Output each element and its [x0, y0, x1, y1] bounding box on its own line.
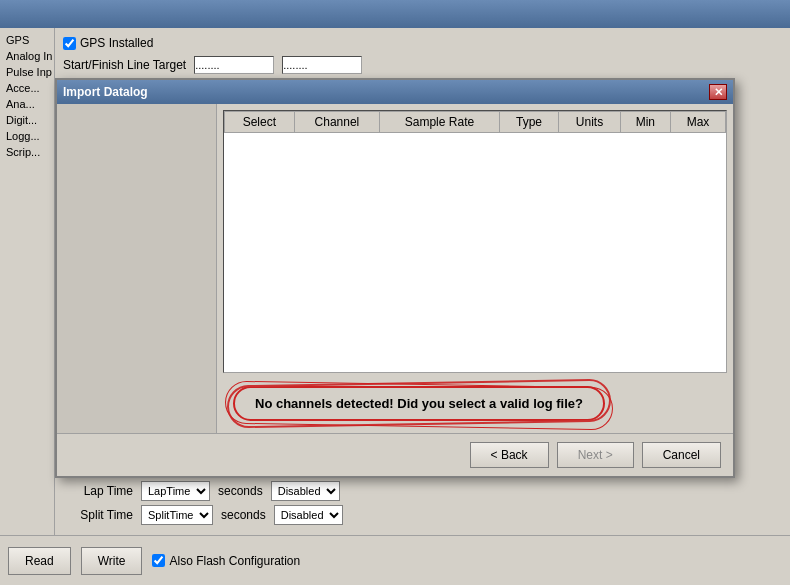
sidebar-item-acce[interactable]: Acce...: [2, 80, 52, 96]
flash-checkbox[interactable]: [152, 554, 165, 567]
lap-status-select[interactable]: Disabled: [271, 481, 340, 501]
start-finish-input-2[interactable]: [282, 56, 362, 74]
lap-unit-label: seconds: [218, 484, 263, 498]
sidebar-item-digit[interactable]: Digit...: [2, 112, 52, 128]
col-min: Min: [620, 112, 670, 133]
col-units: Units: [559, 112, 620, 133]
col-select: Select: [225, 112, 295, 133]
col-sample-rate: Sample Rate: [380, 112, 500, 133]
split-status-select[interactable]: Disabled: [274, 505, 343, 525]
sidebar-item-ana[interactable]: Ana...: [2, 96, 52, 112]
bottom-content: Lap Time LapTime seconds Disabled Split …: [55, 477, 790, 533]
sidebar-item-pulse-inputs[interactable]: Pulse Inputs: [2, 64, 52, 80]
cancel-button[interactable]: Cancel: [642, 442, 721, 468]
gps-row: GPS Installed: [63, 36, 782, 50]
start-finish-input-1[interactable]: [194, 56, 274, 74]
next-button[interactable]: Next >: [557, 442, 634, 468]
main-window: Configuration GPS Analog Inputs Pulse In…: [0, 0, 790, 585]
split-time-label: Split Time: [63, 508, 133, 522]
dialog-left-panel: [57, 104, 217, 433]
gps-installed-label[interactable]: GPS Installed: [63, 36, 153, 50]
split-unit-label: seconds: [221, 508, 266, 522]
read-button[interactable]: Read: [8, 547, 71, 575]
gps-installed-checkbox[interactable]: [63, 37, 76, 50]
channel-table: Select Channel Sample Rate Type Units Mi…: [224, 111, 726, 133]
import-datalog-dialog: Import Datalog ✕ Select Channel: [55, 78, 735, 478]
dialog-title: Import Datalog: [63, 85, 148, 99]
channel-table-container: Select Channel Sample Rate Type Units Mi…: [223, 110, 727, 373]
sidebar-item-gps[interactable]: GPS: [2, 32, 52, 48]
bottom-bar: Read Write Also Flash Configuration: [0, 535, 790, 585]
dialog-right-panel: Select Channel Sample Rate Type Units Mi…: [217, 104, 733, 433]
dialog-buttons: < Back Next > Cancel: [57, 433, 733, 476]
col-max: Max: [671, 112, 726, 133]
start-finish-label: Start/Finish Line Target: [63, 58, 186, 72]
split-time-row: Split Time SplitTime seconds Disabled: [63, 505, 782, 525]
col-channel: Channel: [294, 112, 379, 133]
sidebar-item-analog-inputs[interactable]: Analog Inputs: [2, 48, 52, 64]
lap-time-row: Lap Time LapTime seconds Disabled: [63, 481, 782, 501]
dialog-titlebar: Import Datalog ✕: [57, 80, 733, 104]
lap-time-label: Lap Time: [63, 484, 133, 498]
split-channel-select[interactable]: SplitTime: [141, 505, 213, 525]
write-button[interactable]: Write: [81, 547, 143, 575]
dialog-body: Select Channel Sample Rate Type Units Mi…: [57, 104, 733, 476]
dialog-content: Select Channel Sample Rate Type Units Mi…: [57, 104, 733, 433]
top-bar: [0, 0, 790, 28]
sidebar: GPS Analog Inputs Pulse Inputs Acce... A…: [0, 28, 55, 548]
sidebar-item-scrip[interactable]: Scrip...: [2, 144, 52, 160]
dialog-close-button[interactable]: ✕: [709, 84, 727, 100]
warning-message: No channels detected! Did you select a v…: [233, 386, 605, 421]
col-type: Type: [499, 112, 559, 133]
flash-label[interactable]: Also Flash Configuration: [152, 554, 300, 568]
lap-channel-select[interactable]: LapTime: [141, 481, 210, 501]
sidebar-item-logg[interactable]: Logg...: [2, 128, 52, 144]
start-finish-row: Start/Finish Line Target: [63, 56, 782, 74]
warning-area: No channels detected! Did you select a v…: [217, 373, 733, 433]
back-button[interactable]: < Back: [470, 442, 549, 468]
